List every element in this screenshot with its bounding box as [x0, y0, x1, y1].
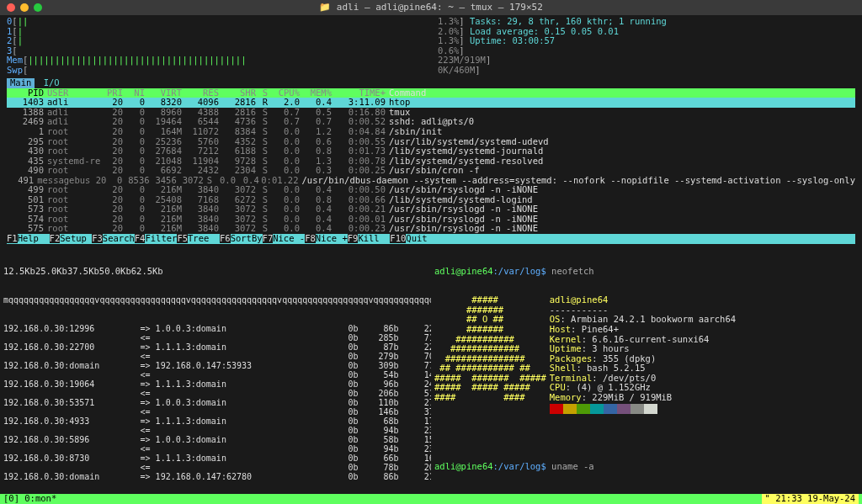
nf-os-label: OS [550, 314, 561, 324]
iftop-row: 192.168.0.30:19064 => 1.1.1.3:domain 0b … [3, 379, 428, 389]
window-titlebar: 📁 adli — adli@pine64: ~ — tmux — 179×52 [0, 0, 862, 15]
fkey-F9[interactable]: F9 [348, 233, 359, 243]
mem-label: Mem [7, 56, 23, 66]
maximize-icon[interactable] [34, 3, 42, 12]
fkey-F5-label[interactable]: Tree [188, 233, 220, 243]
iftop-row: 192.168.0.30:12996 => 1.0.0.3:domain 0b … [3, 324, 428, 333]
fkey-F1[interactable]: F1 [7, 233, 18, 243]
prompt-user: adli@pine64 [434, 266, 493, 276]
iftop-row: 192.168.0.30:domain => 192.168.0.147:627… [3, 472, 428, 480]
tmux-status-left: [0] 0:mon* [3, 494, 56, 504]
fkey-F10-label[interactable]: Quit [406, 233, 438, 243]
nf-memory-label: Memory [550, 392, 582, 402]
neofetch-colors [550, 404, 736, 416]
iftop-row: 192.168.0.30:22700 => 1.1.1.3:domain 0b … [3, 342, 428, 352]
tmux-statusbar: [0] 0:mon* " 21:33 19-May-24 [0, 494, 862, 504]
cpu-2-pct: 1.3% [438, 35, 459, 45]
nf-cpu-label: CPU [550, 382, 566, 392]
iftop-scale-tick: 37.5Kb [67, 267, 99, 277]
fkey-F6[interactable]: F6 [220, 233, 231, 243]
iftop-border: mqqqqqqqqqqqqqqqqqvqqqqqqqqqqqqqqqqqvqqq… [3, 295, 428, 305]
process-row[interactable]: 1root200164M110728384S0.01.20:04.84/sbin… [7, 127, 855, 137]
iftop-row: <= 0b 285b 71b [3, 333, 428, 342]
fkey-F1-label[interactable]: Help [18, 233, 50, 243]
swp-label: Swp [7, 66, 23, 76]
prompt-user-2: adli@pine64 [434, 461, 493, 471]
close-icon[interactable] [7, 3, 15, 12]
cpu-3-pct: 0.6% [438, 45, 459, 56]
prompt-path: :/var/log$ [493, 266, 546, 276]
iftop-row: <= 0b 146b 37b [3, 407, 428, 416]
iftop-pane[interactable]: 12.5Kb25.0Kb37.5Kb50.0Kb62.5Kb mqqqqqqqq… [0, 246, 431, 481]
iftop-row: <= 0b 206b 51b [3, 389, 428, 398]
iftop-scale-tick: 12.5Kb [3, 267, 35, 277]
fkey-F7[interactable]: F7 [263, 233, 274, 243]
mem-value: 223M/919M [438, 55, 486, 65]
mem-bar: ||||||||||||||||||||||||||||||||||||||||… [28, 55, 246, 65]
window-title-text: adli — adli@pine64: ~ — tmux — 179×52 [337, 2, 543, 13]
iftop-row: <= 0b 78b 20b [3, 463, 428, 472]
iftop-row: <= 0b 54b 14b [3, 370, 428, 379]
nf-kernel-label: Kernel [550, 334, 582, 344]
folder-icon: 📁 [319, 2, 331, 13]
cpu-1-pct: 2.0% [438, 26, 459, 36]
htop-fkeys: F1Help F2Setup F3SearchF4FilterF5Tree F6… [7, 234, 855, 244]
process-row[interactable]: 430root2002768472126188S0.00.80:01.73/li… [7, 146, 855, 157]
process-row[interactable]: 1403adli200832040962816R2.00.43:11.09hto… [7, 98, 855, 108]
process-header[interactable]: PID USER PRI NI VIRT RES SHR S CPU% MEM%… [7, 88, 855, 98]
fkey-F9-label[interactable]: Kill [358, 233, 390, 243]
fkey-F4[interactable]: F4 [135, 233, 146, 243]
fkey-F7-label[interactable]: Nice - [273, 233, 305, 243]
fkey-F5[interactable]: F5 [177, 233, 188, 243]
fkey-F4-label[interactable]: Filter [145, 233, 177, 243]
iftop-scale-tick: 25.0Kb [35, 267, 67, 277]
fkey-F6-label[interactable]: SortBy [231, 233, 263, 243]
iftop-row: 192.168.0.30:53571 => 1.0.0.3:domain 0b … [3, 398, 428, 407]
fkey-F2-label[interactable]: Setup [60, 233, 92, 243]
iftop-row: 192.168.0.30:domain => 192.168.0.147:539… [3, 361, 428, 370]
prompt-path-2: :/var/log$ [493, 461, 546, 471]
fkey-F8[interactable]: F8 [305, 233, 316, 243]
neofetch-logo: ##### ####### ## O ## ####### ##########… [434, 295, 546, 416]
iftop-row: <= 0b 94b 23b [3, 426, 428, 435]
nf-uptime-label: Uptime [550, 343, 582, 353]
htop-pane[interactable]: 0[||1.3%] Tasks: 29, 8 thr, 160 kthr; 1 … [0, 15, 862, 246]
iftop-row: <= 0b 94b 23b [3, 444, 428, 454]
htop-stat-1: Load average: 0.15 0.05 0.01 [470, 26, 619, 36]
iftop-row: 192.168.0.30:8730 => 1.1.1.3:domain 0b 6… [3, 454, 428, 463]
minimize-icon[interactable] [20, 3, 29, 12]
fkey-F3-label[interactable]: Search [103, 233, 135, 243]
nf-packages-label: Packages [550, 353, 593, 363]
iftop-scale-tick: 62.5Kb [131, 267, 163, 277]
htop-stat-2: Uptime: 03:00:57 [470, 35, 555, 45]
nf-terminal-label: Terminal [550, 373, 593, 383]
fkey-F3[interactable]: F3 [92, 233, 103, 243]
cpu-0-pct: 1.3% [438, 16, 459, 26]
iftop-scale: 12.5Kb25.0Kb37.5Kb50.0Kb62.5Kb [3, 267, 428, 277]
htop-stat-0: Tasks: 29, 8 thr, 160 kthr; 1 running [470, 16, 667, 26]
tmux-status-right: " 21:33 19-May-24 [762, 494, 859, 504]
iftop-row: <= 0b 279b 70b [3, 352, 428, 361]
fkey-F8-label[interactable]: Nice + [316, 233, 348, 243]
iftop-scale-tick: 50.0Kb [99, 267, 131, 277]
fkey-F2[interactable]: F2 [50, 233, 61, 243]
iftop-row: 192.168.0.30:4933 => 1.1.1.3:domain 0b 6… [3, 416, 428, 426]
cmd-uname: uname -a [551, 461, 594, 471]
swp-value: 0K/460M [438, 65, 475, 75]
fkey-F10[interactable]: F10 [390, 233, 406, 243]
nf-shell-label: Shell [550, 363, 577, 373]
nf-host-label: Host [550, 324, 571, 334]
window-title: 📁 adli — adli@pine64: ~ — tmux — 179×52 [319, 3, 543, 13]
shell-pane[interactable]: adli@pine64:/var/log$ neofetch ##### ###… [431, 246, 862, 481]
iftop-row: 192.168.0.30:5896 => 1.0.0.3:domain 0b 5… [3, 435, 428, 444]
cmd-neofetch: neofetch [551, 266, 594, 276]
neofetch-info: adli@pine64-----------OS: Armbian 24.2.1… [550, 295, 736, 416]
